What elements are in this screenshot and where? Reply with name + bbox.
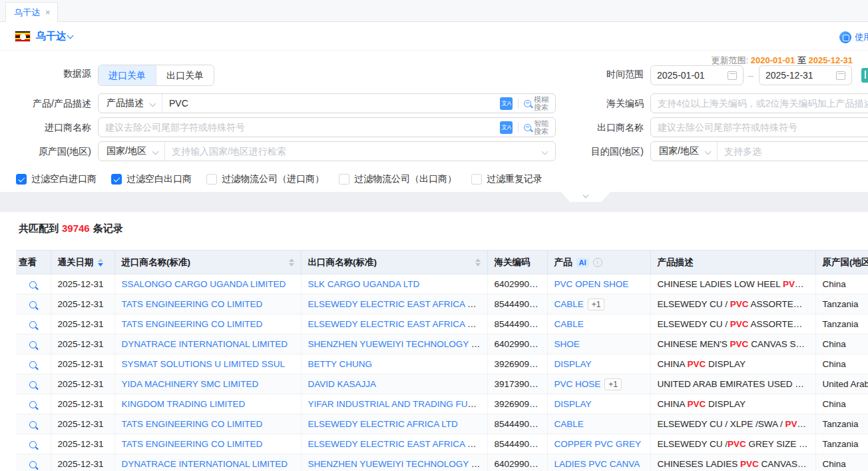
results-table: 查看通关日期进口商名称(标准)出口商名称(标准)海关编码产品AIi产品描述原产国… — [16, 250, 868, 471]
checkbox-icon[interactable] — [471, 174, 482, 185]
importer-link[interactable]: YIDA MACHINERY SMC LIMITED — [122, 379, 259, 389]
origin-search-input[interactable] — [165, 146, 542, 157]
product-link[interactable]: DISPLAY — [554, 359, 592, 369]
sort-carets-icon[interactable] — [475, 258, 481, 266]
filter-checkbox-1[interactable]: 过滤空白出口商 — [111, 173, 192, 185]
exporter-link[interactable]: SHENZHEN YUEWEIYI TECHNOLOGY CO LTD — [308, 459, 488, 469]
view-record-icon[interactable] — [29, 301, 37, 308]
clearance-date-cell: 2025-12-31 — [51, 374, 114, 394]
exporter-link[interactable]: ELSEWEDY ELECTRIC EAST AFRICA LIMTED — [308, 439, 488, 449]
translate-icon[interactable]: 文A — [500, 97, 513, 110]
caret-up-icon[interactable] — [98, 258, 103, 262]
date-to-field[interactable] — [765, 70, 832, 81]
help-link[interactable]: 使用 — [839, 31, 868, 43]
caret-down-icon[interactable] — [98, 263, 103, 266]
origin-country-cell: Tanzania — [815, 434, 868, 454]
importer-link[interactable]: TATS ENGINEERING CO LIMITED — [122, 319, 263, 329]
caret-up-icon[interactable] — [475, 258, 481, 262]
exporter-link[interactable]: SLK CARGO UGANDA LTD — [308, 279, 420, 289]
view-record-icon[interactable] — [29, 381, 37, 388]
more-products-badge[interactable]: +1 — [604, 378, 622, 390]
filter-checkbox-4[interactable]: 过滤重复记录 — [471, 173, 542, 185]
sort-carets-icon[interactable] — [289, 258, 294, 266]
datasource-option-0[interactable]: 进口关单 — [99, 65, 156, 85]
importer-link[interactable]: SYSMAT SOLUTIONS U LIMITED SSUL — [122, 359, 286, 369]
product-type-select[interactable]: 产品描述 — [99, 94, 162, 113]
exporter-link[interactable]: ELSEWEDY ELECTRIC AFRICA LTD — [308, 419, 458, 429]
origin-country-select[interactable]: 国家/地区 — [99, 142, 165, 161]
date-from-input[interactable] — [650, 65, 744, 85]
view-record-icon[interactable] — [29, 441, 37, 448]
clearance-date-cell: 2025-12-31 — [51, 454, 114, 471]
view-record-icon[interactable] — [29, 321, 37, 328]
hs-code-input[interactable] — [651, 98, 868, 109]
view-record-icon[interactable] — [29, 461, 37, 468]
importer-link[interactable]: TATS ENGINEERING CO LIMITED — [122, 299, 263, 309]
calendar-icon[interactable] — [836, 71, 845, 80]
table-row: 2025-12-31 KINGDOM TRADING LIMITED YIFAR… — [16, 394, 868, 414]
product-link[interactable]: COPPER PVC GREY — [554, 439, 642, 449]
exporter-link[interactable]: YIFAR INDUSTRIAL AND TRADING FUZHOU... — [308, 399, 488, 409]
exporter-input[interactable] — [651, 122, 868, 133]
product-link[interactable]: PVC HOSE — [554, 379, 601, 389]
destination-search-input[interactable] — [718, 146, 868, 157]
filter-checkbox-2[interactable]: 过滤物流公司（进口商） — [206, 173, 324, 185]
date-from-field[interactable] — [657, 70, 724, 81]
country-selector[interactable]: 乌干达 — [36, 30, 66, 43]
product-link[interactable]: PVC OPEN SHOE — [554, 279, 629, 289]
caret-down-icon[interactable] — [475, 263, 481, 266]
column-header-1[interactable]: 通关日期 — [51, 250, 114, 274]
exporter-link[interactable]: DAVID KASAJJA — [308, 379, 377, 389]
exporter-link[interactable]: ELSEWEDY ELECTRIC EAST AFRICA LIMTED — [308, 319, 488, 329]
exporter-link[interactable]: BETTY CHUNG — [308, 359, 373, 369]
smart-search-toggle[interactable]: 智能搜索 — [524, 119, 550, 135]
caret-down-icon[interactable] — [289, 263, 294, 266]
product-link[interactable]: CABLE — [554, 299, 584, 309]
view-record-icon[interactable] — [29, 281, 37, 288]
checkbox-checked-icon[interactable] — [111, 174, 122, 185]
filter-checkbox-0[interactable]: 过滤空白进口商 — [16, 173, 97, 185]
product-link[interactable]: SHOE — [554, 339, 580, 349]
tab-uganda[interactable]: 乌干达 × — [5, 2, 58, 22]
importer-link[interactable]: DYNATRACE INTERNATIONAL LIMITED — [122, 459, 288, 469]
view-record-icon[interactable] — [29, 401, 37, 408]
info-icon[interactable]: i — [593, 258, 602, 267]
close-icon[interactable]: × — [45, 8, 51, 17]
product-search-input[interactable] — [162, 98, 500, 109]
column-header-3[interactable]: 出口商名称(标准) — [301, 250, 487, 274]
product-description-cell: CHINESE MEN'S PVC CANVAS SHOE... — [650, 334, 815, 354]
calendar-icon[interactable] — [728, 71, 737, 80]
date-to-input[interactable] — [759, 65, 852, 85]
more-products-badge[interactable]: +1 — [588, 298, 605, 310]
column-header-2[interactable]: 进口商名称(标准) — [114, 250, 301, 274]
chevron-down-icon[interactable] — [67, 33, 74, 39]
importer-link[interactable]: KINGDOM TRADING LIMITED — [122, 399, 246, 409]
importer-link[interactable]: TATS ENGINEERING CO LIMITED — [122, 419, 263, 429]
product-link[interactable]: CABLE — [554, 319, 584, 329]
destination-country-select[interactable]: 国家/地区 — [651, 142, 718, 161]
importer-link[interactable]: TATS ENGINEERING CO LIMITED — [122, 439, 263, 449]
view-record-icon[interactable] — [29, 421, 37, 428]
product-link[interactable]: CABLE — [554, 419, 584, 429]
search-action-button[interactable] — [861, 68, 868, 83]
origin-country-cell: Tanzania — [815, 414, 868, 434]
importer-input[interactable] — [99, 122, 500, 133]
view-record-icon[interactable] — [29, 341, 37, 348]
view-record-icon[interactable] — [29, 361, 37, 368]
checkbox-icon[interactable] — [206, 174, 217, 185]
exporter-link[interactable]: SHENZHEN YUEWEIYI TECHNOLOGY CO LTD — [308, 339, 488, 349]
sort-carets-icon[interactable] — [98, 258, 103, 266]
product-link[interactable]: LADIES PVC CANVA — [554, 459, 640, 469]
datasource-option-1[interactable]: 出口关单 — [156, 65, 214, 85]
translate-icon[interactable]: 文A — [500, 121, 513, 134]
checkbox-checked-icon[interactable] — [16, 174, 27, 185]
exporter-link[interactable]: ELSEWEDY ELECTRIC EAST AFRICA LIMTED — [308, 299, 488, 309]
caret-up-icon[interactable] — [289, 258, 294, 262]
fuzzy-search-toggle[interactable]: 模糊搜索 — [524, 95, 550, 111]
product-link[interactable]: DISPLAY — [554, 399, 592, 409]
filter-checkbox-3[interactable]: 过滤物流公司（出口商） — [339, 173, 457, 185]
importer-link[interactable]: DYNATRACE INTERNATIONAL LIMITED — [122, 339, 288, 349]
importer-link[interactable]: SSALONGO CARGO UGANDA LIMITED — [122, 279, 286, 289]
column-header-0: 查看 — [16, 250, 51, 274]
checkbox-icon[interactable] — [339, 174, 349, 185]
